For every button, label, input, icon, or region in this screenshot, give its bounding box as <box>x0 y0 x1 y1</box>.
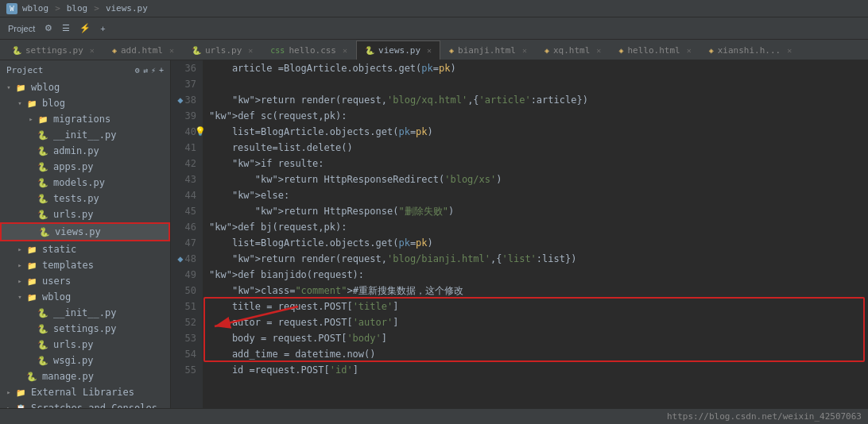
tree-label: apps.py <box>52 161 94 172</box>
tree-label: settings.py <box>52 323 116 334</box>
sidebar-item-models-py[interactable]: 🐍models.py <box>0 175 170 191</box>
line-number-40: 40 <box>171 124 196 140</box>
title-folder: blog <box>67 3 88 13</box>
lightbulb-icon[interactable]: 💡 <box>195 124 206 140</box>
tree-arrow: ▸ <box>3 388 14 396</box>
sidebar-tree: ▾📁wblog▾📁blog▸📁migrations🐍__init__.py🐍ad… <box>0 79 170 408</box>
line-number-46: 46 <box>171 219 196 235</box>
tree-label: views.py <box>53 226 101 237</box>
tab-close-hello-html[interactable]: ✕ <box>687 46 692 55</box>
tab-close-hello-css[interactable]: ✕ <box>343 46 347 55</box>
line-number-44: 44 <box>171 187 196 203</box>
menu-button[interactable]: ☰ <box>59 21 73 35</box>
sidebar-gear[interactable]: ⚙ <box>135 66 140 75</box>
sidebar-sync[interactable]: ⇄ <box>143 66 148 75</box>
line-number-45: 45 <box>171 203 196 219</box>
sidebar-item-admin-py[interactable]: 🐍admin.py <box>0 143 170 159</box>
sidebar-item-External-Libraries[interactable]: ▸📁External Libraries <box>0 384 170 400</box>
tab-add-html[interactable]: ◈ add.html ✕ <box>103 40 183 60</box>
main-content: Project ⚙ ⇄ ⚡ + ▾📁wblog▾📁blog▸📁migration… <box>0 60 868 408</box>
code-line-43: "kw">return HttpResponseRedirect('blog/x… <box>209 172 862 187</box>
py-icon: 🐍 <box>37 322 49 335</box>
tab-close-views[interactable]: ✕ <box>427 46 432 55</box>
tab-close-settings[interactable]: ✕ <box>90 46 95 55</box>
sidebar-item-settings-py[interactable]: 🐍settings.py <box>0 321 170 337</box>
tree-arrow: ▸ <box>14 277 25 285</box>
sidebar-item-apps-py[interactable]: 🐍apps.py <box>0 159 170 175</box>
sidebar-settings[interactable]: ⚡ <box>151 66 156 75</box>
tree-label: wblog <box>41 291 71 303</box>
sidebar-item-manage-py[interactable]: 🐍manage.py <box>0 368 170 384</box>
sidebar-item---init---py[interactable]: 🐍__init__.py <box>0 127 170 143</box>
tab-close-urls[interactable]: ✕ <box>248 46 253 55</box>
code-line-48: "kw">return render(request,'blog/bianji.… <box>209 251 862 267</box>
line-number-42: 42 <box>171 156 196 172</box>
code-line-52: autor = request.POST['autor'] <box>209 314 862 330</box>
sidebar-item-wblog[interactable]: ▾📁wblog <box>0 289 170 305</box>
tab-hello-css[interactable]: css hello.css ✕ <box>262 40 356 60</box>
code-line-40: list=BlogArticle.objects.get(pk=pk)💡 <box>209 124 862 140</box>
tab-hello-html[interactable]: ◈ hello.html ✕ <box>610 40 699 60</box>
code-content[interactable]: article =BlogArticle.objects.get(pk=pk) … <box>203 60 868 408</box>
sidebar-item-urls-py[interactable]: 🐍urls.py <box>0 206 170 222</box>
tab-close-bianji[interactable]: ✕ <box>522 46 527 55</box>
tab-settings-py[interactable]: 🐍 settings.py ✕ <box>3 40 103 60</box>
sidebar-item-templates[interactable]: ▸📁templates <box>0 257 170 273</box>
sidebar-item-tests-py[interactable]: 🐍tests.py <box>0 191 170 206</box>
tab-close-add[interactable]: ✕ <box>169 46 174 55</box>
py-icon: 🐍 <box>37 129 49 141</box>
sidebar-item-users[interactable]: ▸📁users <box>0 273 170 289</box>
sidebar-item-blog[interactable]: ▾📁blog <box>0 95 170 111</box>
code-line-45: "kw">return HttpResponse("删除失败") <box>209 203 862 219</box>
sidebar-item-views-py[interactable]: 🐍views.py <box>0 222 170 241</box>
tree-arrow: ▸ <box>14 245 25 253</box>
tab-bar: 🐍 settings.py ✕ ◈ add.html ✕ 🐍 urls.py ✕… <box>0 40 868 60</box>
sidebar-item-wblog[interactable]: ▾📁wblog <box>0 79 170 95</box>
sidebar-item-migrations[interactable]: ▸📁migrations <box>0 111 170 127</box>
tree-label: users <box>41 276 71 287</box>
project-button[interactable]: Project <box>5 22 38 35</box>
sidebar-item-Scratches-and-Consoles[interactable]: ▸📋Scratches and Consoles <box>0 400 170 408</box>
title-sep2: > <box>94 3 99 13</box>
line-number-47: 47 <box>171 235 196 251</box>
tab-views-py[interactable]: 🐍 views.py ✕ <box>356 40 440 60</box>
code-line-38: "kw">return render(request,'blog/xq.html… <box>209 92 862 108</box>
code-line-36: article =BlogArticle.objects.get(pk=pk) <box>209 60 862 76</box>
folder-icon: 📁 <box>25 97 38 110</box>
tab-xq-html[interactable]: ◈ xq.html ✕ <box>536 40 610 60</box>
py-icon: 🐍 <box>25 370 38 383</box>
project-label: Project <box>6 65 43 75</box>
sidebar-item-static[interactable]: ▸📁static <box>0 241 170 257</box>
code-line-47: list=BlogArticle.objects.get(pk=pk) <box>209 235 862 251</box>
tab-close-xq[interactable]: ✕ <box>596 46 601 55</box>
sidebar-item-urls-py[interactable]: 🐍urls.py <box>0 337 170 353</box>
line-number-38: ◆38 <box>171 92 196 108</box>
code-line-42: "kw">if resulte: <box>209 156 862 172</box>
tab-urls-py[interactable]: 🐍 urls.py ✕ <box>183 40 262 60</box>
tree-label: Scratches and Consoles <box>29 403 157 408</box>
sidebar-item-wsgi-py[interactable]: 🐍wsgi.py <box>0 353 170 368</box>
title-project: wblog <box>22 3 48 13</box>
status-right: https://blog.csdn.net/weixin_42507063 <box>667 411 862 422</box>
line-number-50: 50 <box>171 283 196 299</box>
sidebar-item---init---py[interactable]: 🐍__init__.py <box>0 305 170 321</box>
code-line-54: add_time = datetime.now() <box>209 346 862 362</box>
tab-bianji-html[interactable]: ◈ bianji.html ✕ <box>440 40 536 60</box>
code-line-55: id =request.POST['id'] <box>209 362 862 378</box>
tree-arrow: ▸ <box>14 261 25 269</box>
sidebar-header: Project ⚙ ⇄ ⚡ + <box>0 60 170 79</box>
tab-xianshi-html[interactable]: ◈ xianshi.h... ✕ <box>700 40 801 60</box>
code-area: 3637◆38394041424344454647◆48495051525354… <box>171 60 868 408</box>
add-button[interactable]: + <box>97 22 108 35</box>
py-icon: 🐍 <box>37 176 49 189</box>
title-sep1: > <box>55 3 60 13</box>
code-line-39: "kw">def sc(request,pk): <box>209 108 862 124</box>
settings-button[interactable]: ⚙ <box>41 21 56 35</box>
tab-close-xianshi[interactable]: ✕ <box>787 46 792 55</box>
py-icon: 🐍 <box>37 306 49 319</box>
sidebar-plus[interactable]: + <box>159 66 164 75</box>
tree-label: wsgi.py <box>52 355 94 366</box>
py-icon: 🐍 <box>37 354 49 367</box>
run-button[interactable]: ⚡ <box>76 21 94 35</box>
code-line-41: resulte=list.delete() <box>209 140 862 156</box>
